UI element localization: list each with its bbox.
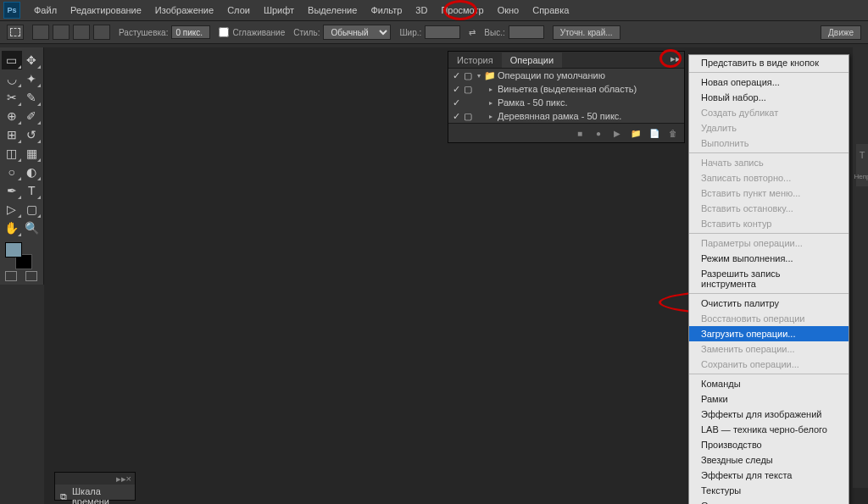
action-row[interactable]: ✓ ▢ ▸ Виньетка (выделенная область) [448,82,684,96]
menu-separator [689,233,849,234]
menu-item[interactable]: Звездные следы [689,452,849,468]
selection-add-icon[interactable] [53,25,70,40]
quickmask-icon[interactable] [5,271,17,281]
menu-separator [689,374,849,374]
zoom-tool[interactable]: 🔍 [22,219,42,237]
menu-type[interactable]: Шрифт [257,2,301,19]
menu-item[interactable]: Эффекты для изображений [689,407,849,422]
tab-history[interactable]: История [448,53,502,68]
menu-help[interactable]: Справка [526,2,576,19]
menu-item[interactable]: LAB — техника черно-белого [689,422,849,437]
new-set-icon[interactable]: 📁 [628,127,643,139]
blur-tool[interactable]: ○ [2,163,22,181]
action-row[interactable]: ✓ ▸ Рамка - 50 пикс. [448,96,684,109]
marquee-tool-icon[interactable] [7,25,24,40]
hand-tool[interactable]: ✋ [2,219,22,237]
new-action-icon[interactable]: 📄 [647,127,662,139]
check-icon[interactable]: ✓ [450,70,462,81]
style-select[interactable]: Обычный [323,25,391,40]
close-icon[interactable]: × [126,474,131,484]
record-icon[interactable]: ● [591,127,606,139]
menu-item[interactable]: Текстуры [689,483,849,498]
menu-edit[interactable]: Редактирование [64,2,148,19]
menu-item[interactable]: Новый набор... [689,90,849,105]
chevron-right-icon[interactable]: ▸ [486,113,496,120]
brush-tool[interactable]: ✐ [22,107,42,125]
menu-layer[interactable]: Слои [220,2,257,19]
dialog-icon[interactable]: ▢ [462,70,474,81]
check-icon[interactable]: ✓ [450,97,462,108]
menu-item[interactable]: Загрузить операции... [689,326,849,341]
menu-item[interactable]: Режим выполнения... [689,251,849,266]
height-input[interactable] [509,25,544,39]
action-name: Виньетка (выделенная область) [496,84,682,94]
gradient-tool[interactable]: ▦ [22,144,42,163]
type-tool[interactable]: T [22,181,42,200]
menu-select[interactable]: Выделение [301,2,364,19]
menu-item[interactable]: Очистить палитру [689,296,849,311]
crop-tool[interactable]: ✂ [2,88,22,107]
swap-icon[interactable]: ⇄ [469,28,476,37]
timeline-title[interactable]: Шкала времени [72,486,130,504]
menu-filter[interactable]: Фильтр [364,2,409,19]
marquee-tool[interactable]: ▭ [2,51,22,69]
menu-separator [689,152,849,153]
healing-tool[interactable]: ⊕ [2,107,22,125]
play-icon[interactable]: ▶ [609,127,625,139]
trash-icon[interactable]: 🗑 [665,127,681,139]
selection-new-icon[interactable] [32,25,49,40]
dialog-icon[interactable]: ▢ [462,84,474,95]
menu-3d[interactable]: 3D [409,2,434,19]
antialias-checkbox[interactable] [219,27,229,37]
tab-actions[interactable]: Операции [502,53,562,68]
refine-edge-button[interactable]: Уточн. край... [553,25,620,40]
menu-item[interactable]: Производство [689,437,849,452]
menu-item[interactable]: Новая операция... [689,75,849,90]
wand-tool[interactable]: ✦ [22,69,42,88]
screenmode-icon[interactable] [25,271,37,281]
feather-input[interactable] [171,25,210,39]
menu-item[interactable]: Операции с видео [689,498,849,504]
menu-window[interactable]: Окно [491,2,526,19]
menu-item[interactable]: Представить в виде кнопок [689,55,849,70]
tools-panel: ▭✥ ◡✦ ✂✎ ⊕✐ ⊞↺ ◫▦ ○◐ ✒T ▷▢ ✋🔍 [0,47,44,285]
check-icon[interactable]: ✓ [450,84,462,95]
move-tool[interactable]: ✥ [22,51,42,69]
menu-item[interactable]: Разрешить запись инструмента [689,266,849,291]
foreground-swatch[interactable] [5,242,22,258]
menu-image[interactable]: Изображение [148,2,220,19]
pen-tool[interactable]: ✒ [2,181,22,200]
action-row[interactable]: ✓ ▢ ▸ Деревянная рамка - 50 пикс. [448,109,684,123]
selection-subtract-icon[interactable] [73,25,90,40]
selection-intersect-icon[interactable] [93,25,110,40]
width-input[interactable] [425,25,460,39]
menu-item[interactable]: Команды [689,376,849,391]
check-icon[interactable]: ✓ [450,111,462,122]
menu-item: Восстановить операции [689,311,849,326]
collapse-icon[interactable]: ▸▸ [670,53,681,64]
menu-item[interactable]: Рамки [689,391,849,407]
menu-view[interactable]: Просмотр [434,2,490,19]
menu-file[interactable]: Файл [27,2,64,19]
eraser-tool[interactable]: ◫ [2,144,22,163]
history-brush-tool[interactable]: ↺ [22,125,42,144]
dodge-tool[interactable]: ◐ [22,163,42,181]
chevron-right-icon[interactable]: ▸ [486,86,496,93]
lasso-tool[interactable]: ◡ [2,69,22,88]
color-swatches[interactable] [5,242,32,269]
right-panels-collapsed[interactable] [853,47,868,488]
actions-panel: История Операции ▸▸ ≡ ✓ ▢ ▾ 📁 Операции п… [448,51,685,143]
chevron-down-icon[interactable]: ▾ [474,72,484,80]
stop-icon[interactable]: ■ [572,127,587,139]
motion-button[interactable]: Движе [821,25,861,40]
dialog-icon[interactable]: ▢ [462,111,474,122]
chevron-right-icon[interactable]: ▸ [486,99,496,107]
stamp-tool[interactable]: ⊞ [2,125,22,144]
eyedropper-tool[interactable]: ✎ [22,88,42,107]
path-select-tool[interactable]: ▷ [2,200,22,219]
collapse-icon[interactable]: ▸▸ [116,474,126,485]
right-panel-label[interactable]: T Непр [856,144,868,186]
menu-item[interactable]: Эффекты для текста [689,468,849,483]
shape-tool[interactable]: ▢ [22,200,42,219]
action-set-row[interactable]: ✓ ▢ ▾ 📁 Операции по умолчанию [448,69,684,82]
